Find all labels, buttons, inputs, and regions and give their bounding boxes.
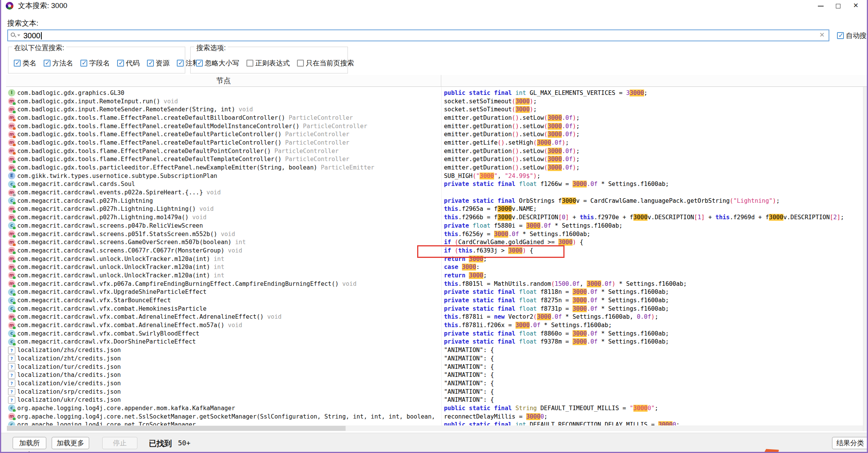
code-cell[interactable]: private static final OrbStrings f3000v =… xyxy=(441,197,863,204)
scope-checkbox-方法名[interactable]: 方法名 xyxy=(44,59,73,68)
table-row[interactable]: mcom.megacrit.cardcrawl.screens.C0677r.C… xyxy=(7,246,863,255)
node-cell[interactable]: ?localization/zht/credits.json xyxy=(7,355,441,362)
table-row[interactable]: ?localization/tha/credits.json"ANIMATION… xyxy=(7,371,863,379)
scrollbar-thumb[interactable] xyxy=(7,426,346,431)
maximize-button[interactable] xyxy=(829,0,847,11)
table-row[interactable]: mcom.badlogic.gdx.input.RemoteSender.Rem… xyxy=(7,105,863,114)
code-cell[interactable]: "ANIMATION": { xyxy=(441,355,863,362)
node-cell[interactable]: mcom.megacrit.cardcrawl.p027h.Lightning.… xyxy=(7,205,441,213)
code-cell[interactable]: private float f5880i = 3000.0f * Setting… xyxy=(441,222,863,229)
code-cell[interactable]: "ANIMATION": { xyxy=(441,380,863,387)
code-cell[interactable]: if (this.f6393j > 3000) { xyxy=(441,247,863,254)
table-row[interactable]: mcom.megacrit.cardcrawl.p027h.Lightning.… xyxy=(7,213,863,222)
table-row[interactable]: mcom.badlogic.gdx.tools.flame.EffectPane… xyxy=(7,130,863,139)
node-cell[interactable]: ccom.megacrit.cardcrawl.vfx.UpgradeShine… xyxy=(7,288,441,296)
code-cell[interactable]: socket.setSoTimeout(3000); xyxy=(441,106,863,113)
table-row[interactable]: mcom.badlogic.gdx.tools.flame.EffectPane… xyxy=(7,155,863,164)
minimize-button[interactable] xyxy=(812,0,829,11)
code-cell[interactable]: this.f2965a = f3000v.NAME; xyxy=(441,205,863,212)
node-cell[interactable]: ?localization/tur/credits.json xyxy=(7,363,441,370)
table-row[interactable]: mcom.megacrit.cardcrawl.vfx.p067a.Campfi… xyxy=(7,280,863,288)
node-cell[interactable]: mcom.megacrit.cardcrawl.unlock.UnlockTra… xyxy=(7,255,441,262)
node-cell[interactable]: mcom.megacrit.cardcrawl.p027h.Lightning.… xyxy=(7,214,441,221)
node-cell[interactable]: ccom.megacrit.cardcrawl.p027h.Lightning xyxy=(7,197,441,204)
node-cell[interactable]: ?localization/srp/credits.json xyxy=(7,388,441,395)
code-cell[interactable]: return 3000; xyxy=(441,256,863,262)
scope-checkbox-资源[interactable]: 资源 xyxy=(147,59,170,68)
table-row[interactable]: morg.apache.logging.log4j.core.net.SslSo… xyxy=(7,412,863,421)
code-cell[interactable]: case 3000: xyxy=(441,264,863,270)
code-cell[interactable]: this.f8781i = new Vector2(3000.0f * Sett… xyxy=(441,313,863,320)
search-value[interactable]: 3000 xyxy=(23,31,42,40)
node-cell[interactable]: mcom.megacrit.cardcrawl.unlock.UnlockTra… xyxy=(7,264,441,271)
option-checkbox-忽略大小写[interactable]: 忽略大小写 xyxy=(196,59,239,68)
code-cell[interactable]: "ANIMATION": { xyxy=(441,372,863,378)
table-row[interactable]: mcom.megacrit.cardcrawl.screens.GameOver… xyxy=(7,238,863,246)
node-cell[interactable]: ccom.megacrit.cardcrawl.vfx.combat.Hemok… xyxy=(7,305,441,312)
table-row[interactable]: ?localization/vie/credits.json"ANIMATION… xyxy=(7,379,863,388)
classify-results-button[interactable]: 结果分类 xyxy=(832,437,868,449)
table-row[interactable]: mcom.badlogic.gdx.tools.flame.EffectPane… xyxy=(7,139,863,147)
node-cell[interactable]: mcom.badlogic.gdx.tools.flame.EffectPane… xyxy=(7,139,441,146)
node-cell[interactable]: mcom.megacrit.cardcrawl.events.p022a.Spi… xyxy=(7,189,441,196)
code-cell[interactable]: SUB_HIGH("3000", "24.99$"); xyxy=(441,173,863,179)
node-cell[interactable]: ccom.megacrit.cardcrawl.vfx.combat.Swirl… xyxy=(7,330,441,337)
table-row[interactable]: mcom.megacrit.cardcrawl.vfx.combat.Adren… xyxy=(7,321,863,329)
node-cell[interactable]: mcom.megacrit.cardcrawl.vfx.p067a.Campfi… xyxy=(7,280,441,287)
scope-checkbox-类名[interactable]: 类名 xyxy=(14,59,36,68)
node-cell[interactable]: morg.apache.logging.log4j.core.net.SslSo… xyxy=(7,413,441,420)
horizontal-scrollbar[interactable] xyxy=(7,425,863,431)
node-cell[interactable]: mcom.badlogic.gdx.tools.flame.EffectPane… xyxy=(7,114,441,121)
code-cell[interactable]: emitter.getDuration().setLow(3000.0f); xyxy=(441,164,863,171)
vertical-scrollbar[interactable] xyxy=(863,87,868,431)
code-cell[interactable]: "ANIMATION": { xyxy=(441,396,863,403)
table-row[interactable]: ?localization/srp/credits.json"ANIMATION… xyxy=(7,388,863,396)
scope-checkbox-字段名[interactable]: 字段名 xyxy=(80,59,110,68)
option-checkbox-正则表达式[interactable]: 正则表达式 xyxy=(246,59,290,68)
node-cell[interactable]: mcom.megacrit.cardcrawl.screens.p051f.St… xyxy=(7,230,441,238)
code-cell[interactable]: private static final float f1266w = 3000… xyxy=(441,181,863,187)
code-cell[interactable]: emitter.getLife().setHigh(3000.0f); xyxy=(441,139,863,146)
table-row[interactable]: mcom.megacrit.cardcrawl.events.p022a.Spi… xyxy=(7,188,863,197)
table-row[interactable]: ?localization/tur/credits.json"ANIMATION… xyxy=(7,363,863,371)
code-cell[interactable]: private static final float f8731p = 3000… xyxy=(441,305,863,312)
code-cell[interactable]: return 3000; xyxy=(441,272,863,279)
stop-button[interactable]: 停止 xyxy=(102,437,137,449)
table-row[interactable]: ccom.megacrit.cardcrawl.vfx.combat.Swirl… xyxy=(7,329,863,338)
code-cell[interactable]: public static final int GL_MAX_ELEMENTS_… xyxy=(441,90,863,96)
code-cell[interactable]: "ANIMATION": { xyxy=(441,347,863,354)
node-cell[interactable]: mcom.badlogic.gdx.tools.particleeditor.E… xyxy=(7,164,441,171)
table-row[interactable]: mcom.megacrit.cardcrawl.vfx.combat.Adren… xyxy=(7,313,863,321)
node-cell[interactable]: ?localization/tha/credits.json xyxy=(7,372,441,379)
node-cell[interactable]: ccom.megacrit.cardcrawl.cards.Soul xyxy=(7,181,441,188)
code-cell[interactable]: if (CardCrawlGame.goldGained >= 3000) { xyxy=(441,239,863,246)
code-cell[interactable]: this.f2966b = f3000v.DESCRIPTION[0] + th… xyxy=(441,214,863,221)
code-cell[interactable]: private static final float f8275n = 3000… xyxy=(441,297,863,304)
table-row[interactable]: mcom.badlogic.gdx.tools.flame.EffectPane… xyxy=(7,122,863,130)
table-row[interactable]: ccom.megacrit.cardcrawl.cards.Soulprivat… xyxy=(7,180,863,189)
table-row[interactable]: mcom.megacrit.cardcrawl.unlock.UnlockTra… xyxy=(7,263,863,271)
option-checkbox-只在当前页搜索[interactable]: 只在当前页搜索 xyxy=(297,59,354,68)
clear-search-icon[interactable]: ✕ xyxy=(819,31,825,39)
node-cell[interactable]: mcom.badlogic.gdx.tools.flame.EffectPane… xyxy=(7,156,441,163)
table-row[interactable]: mcom.badlogic.gdx.input.RemoteInput.run(… xyxy=(7,97,863,106)
node-cell[interactable]: ccom.megacrit.cardcrawl.vfx.DoorShinePar… xyxy=(7,338,441,345)
code-cell[interactable]: private static final float f9378m = 3000… xyxy=(441,338,863,345)
table-row[interactable]: ccom.megacrit.cardcrawl.screens.p047b.Re… xyxy=(7,222,863,230)
table-row[interactable]: ccom.megacrit.cardcrawl.vfx.DoorShinePar… xyxy=(7,338,863,346)
code-cell[interactable]: socket.setSoTimeout(3000); xyxy=(441,98,863,105)
node-cell[interactable]: corg.apache.logging.log4j.core.appender.… xyxy=(7,404,441,412)
code-cell[interactable]: emitter.getDuration().setLow(3000.0f); xyxy=(441,156,863,163)
node-cell[interactable]: ccom.megacrit.cardcrawl.vfx.StarBounceEf… xyxy=(7,297,441,304)
node-cell[interactable]: mcom.megacrit.cardcrawl.unlock.UnlockTra… xyxy=(7,272,441,279)
node-cell[interactable]: mcom.badlogic.gdx.input.RemoteSender.Rem… xyxy=(7,106,441,113)
code-cell[interactable]: public static final String DEFAULT_TIMEO… xyxy=(441,405,863,412)
code-cell[interactable]: private static final float f8118n = 3000… xyxy=(441,288,863,295)
node-cell[interactable]: ?localization/zhs/credits.json xyxy=(7,347,441,354)
node-cell[interactable]: mcom.badlogic.gdx.tools.flame.EffectPane… xyxy=(7,131,441,138)
code-cell[interactable]: "ANIMATION": { xyxy=(441,388,863,395)
node-cell[interactable]: ccom.megacrit.cardcrawl.screens.p047b.Re… xyxy=(7,222,441,229)
code-cell[interactable]: this.f8781i.f206x = 3000.0f * Settings.f… xyxy=(441,322,863,329)
code-cell[interactable]: private static final float f8860o = 3000… xyxy=(441,330,863,337)
table-row[interactable]: mcom.badlogic.gdx.tools.flame.EffectPane… xyxy=(7,147,863,155)
